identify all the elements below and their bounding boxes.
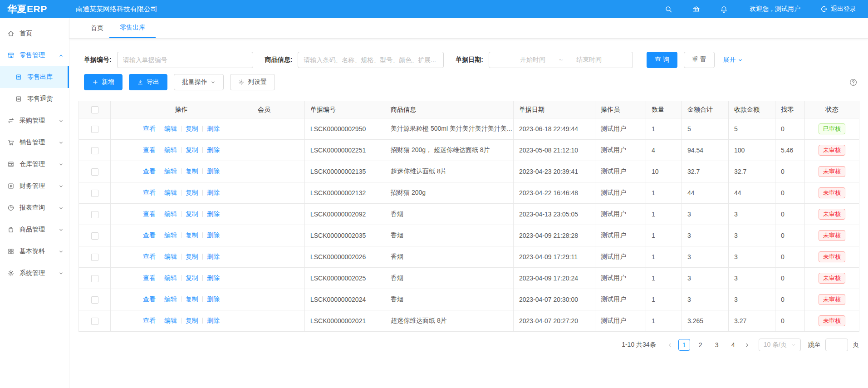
page-button-4[interactable]: 4 xyxy=(727,339,739,351)
next-page-button[interactable] xyxy=(741,339,753,351)
delete-link[interactable]: 删除 xyxy=(207,253,220,260)
cell-received: 3 xyxy=(729,246,775,268)
edit-link[interactable]: 编辑 xyxy=(164,125,177,132)
edit-link[interactable]: 编辑 xyxy=(164,146,177,153)
cell-total: 94.54 xyxy=(682,140,729,161)
help-icon[interactable] xyxy=(849,78,858,87)
batch-actions-button[interactable]: 批量操作 xyxy=(174,74,224,90)
view-link[interactable]: 查看 xyxy=(143,189,156,196)
sidebar-item-finance-mgmt[interactable]: 财务管理 xyxy=(0,175,69,197)
bank-icon[interactable] xyxy=(692,5,700,13)
delete-link[interactable]: 删除 xyxy=(207,146,220,153)
divider xyxy=(202,318,203,324)
row-checkbox[interactable] xyxy=(91,147,98,154)
row-checkbox[interactable] xyxy=(91,275,98,282)
edit-link[interactable]: 编辑 xyxy=(164,253,177,260)
delete-link[interactable]: 删除 xyxy=(207,167,220,175)
copy-link[interactable]: 复制 xyxy=(186,210,198,217)
sidebar-item-report-query[interactable]: 报表查询 xyxy=(0,197,69,219)
view-link[interactable]: 查看 xyxy=(143,231,156,239)
product-info-input[interactable] xyxy=(298,52,444,68)
delete-link[interactable]: 删除 xyxy=(207,125,220,132)
date-range-picker[interactable]: 开始时间 ~ 结束时间 xyxy=(489,52,633,68)
row-checkbox[interactable] xyxy=(91,318,98,325)
page-button-3[interactable]: 3 xyxy=(711,339,723,351)
bell-icon[interactable] xyxy=(720,5,728,13)
column-settings-button[interactable]: 列设置 xyxy=(230,74,275,90)
sidebar-item-warehouse-mgmt[interactable]: 仓库管理 xyxy=(0,153,69,175)
page-size-select[interactable]: 10 条/页 xyxy=(759,339,801,351)
search-button[interactable]: 查 询 xyxy=(647,52,677,68)
page-button-2[interactable]: 2 xyxy=(695,339,706,351)
add-button[interactable]: 新增 xyxy=(84,74,123,90)
sidebar-item-sales-mgmt[interactable]: 销售管理 xyxy=(0,132,69,153)
sidebar-item-label: 首页 xyxy=(20,29,32,38)
view-link[interactable]: 查看 xyxy=(143,253,156,260)
pagination: 1-10 共34条123410 条/页跳至页 xyxy=(78,339,859,351)
delete-link[interactable]: 删除 xyxy=(207,317,220,324)
view-link[interactable]: 查看 xyxy=(143,125,156,132)
row-checkbox[interactable] xyxy=(91,211,98,218)
delete-link[interactable]: 删除 xyxy=(207,189,220,196)
view-link[interactable]: 查看 xyxy=(143,317,156,324)
edit-link[interactable]: 编辑 xyxy=(164,210,177,217)
row-checkbox[interactable] xyxy=(91,126,98,133)
copy-link[interactable]: 复制 xyxy=(186,146,198,153)
copy-link[interactable]: 复制 xyxy=(186,317,198,324)
copy-link[interactable]: 复制 xyxy=(186,231,198,239)
sidebar-item-retail-out[interactable]: 零售出库 xyxy=(0,66,69,88)
delete-link[interactable]: 删除 xyxy=(207,274,220,281)
sidebar-item-retail-return[interactable]: 零售退货 xyxy=(0,88,69,110)
export-button[interactable]: 导出 xyxy=(129,74,167,90)
tab-home[interactable]: 首页 xyxy=(85,18,109,38)
sidebar-item-retail-mgmt[interactable]: 零售管理 xyxy=(0,44,69,66)
edit-link[interactable]: 编辑 xyxy=(164,231,177,239)
edit-link[interactable]: 编辑 xyxy=(164,189,177,196)
prev-page-button[interactable] xyxy=(664,339,676,351)
edit-link[interactable]: 编辑 xyxy=(164,295,177,303)
app-body: 首页零售管理零售出库零售退货采购管理销售管理仓库管理财务管理报表查询商品管理基本… xyxy=(0,18,868,388)
sidebar-item-system-mgmt[interactable]: 系统管理 xyxy=(0,262,69,284)
view-link[interactable]: 查看 xyxy=(143,210,156,217)
edit-link[interactable]: 编辑 xyxy=(164,167,177,175)
copy-link[interactable]: 复制 xyxy=(186,274,198,281)
edit-link[interactable]: 编辑 xyxy=(164,274,177,281)
cell-product: 香烟 xyxy=(385,268,514,289)
cell-member xyxy=(252,161,305,182)
sidebar-item-purchase-mgmt[interactable]: 采购管理 xyxy=(0,110,69,132)
sidebar-item-basic-data[interactable]: 基本资料 xyxy=(0,241,69,262)
view-link[interactable]: 查看 xyxy=(143,274,156,281)
row-checkbox[interactable] xyxy=(91,232,98,240)
delete-link[interactable]: 删除 xyxy=(207,231,220,239)
view-link[interactable]: 查看 xyxy=(143,295,156,303)
select-all-checkbox[interactable] xyxy=(91,106,98,113)
home-icon xyxy=(7,30,15,37)
logout-button[interactable]: 退出登录 xyxy=(820,5,856,13)
row-checkbox[interactable] xyxy=(91,168,98,176)
cell-qty: 1 xyxy=(646,182,682,204)
view-link[interactable]: 查看 xyxy=(143,167,156,175)
expand-link[interactable]: 展开 xyxy=(723,56,743,64)
search-icon[interactable] xyxy=(665,5,672,13)
jump-page-input[interactable] xyxy=(825,339,848,351)
copy-link[interactable]: 复制 xyxy=(186,167,198,175)
delete-link[interactable]: 删除 xyxy=(207,295,220,303)
copy-link[interactable]: 复制 xyxy=(186,189,198,196)
copy-link[interactable]: 复制 xyxy=(186,253,198,260)
view-link[interactable]: 查看 xyxy=(143,146,156,153)
delete-link[interactable]: 删除 xyxy=(207,210,220,217)
divider xyxy=(181,147,181,153)
row-checkbox[interactable] xyxy=(91,190,98,197)
sidebar-item-home[interactable]: 首页 xyxy=(0,23,69,44)
sidebar-item-goods-mgmt[interactable]: 商品管理 xyxy=(0,219,69,241)
reset-button[interactable]: 重 置 xyxy=(684,52,715,68)
bill-no-input[interactable] xyxy=(117,52,253,68)
row-checkbox[interactable] xyxy=(91,296,98,304)
page-button-1[interactable]: 1 xyxy=(678,339,690,351)
cell-bill-no: LSCK00000002035 xyxy=(305,225,385,246)
row-checkbox[interactable] xyxy=(91,254,98,261)
copy-link[interactable]: 复制 xyxy=(186,125,198,132)
tab-retail-out[interactable]: 零售出库 xyxy=(109,18,156,38)
copy-link[interactable]: 复制 xyxy=(186,295,198,303)
edit-link[interactable]: 编辑 xyxy=(164,317,177,324)
